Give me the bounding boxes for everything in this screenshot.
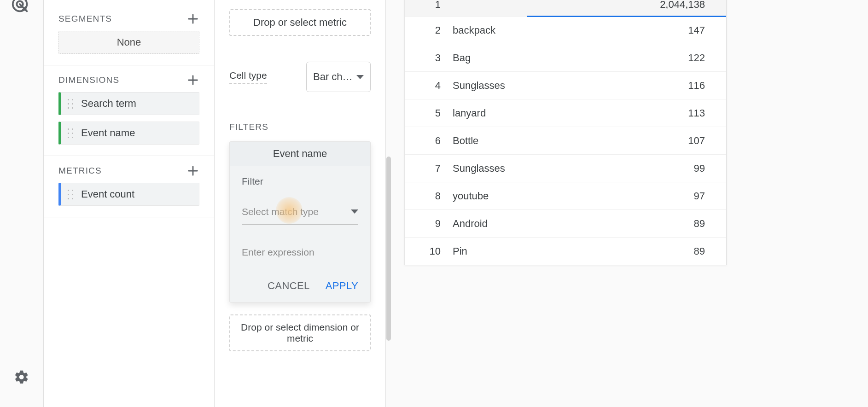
row-term: Sunglasses [449, 163, 527, 174]
drag-handle-icon[interactable] [66, 188, 75, 200]
dimension-chip[interactable]: Event name [58, 122, 199, 145]
row-value: 122 [527, 52, 726, 64]
row-value: 89 [527, 245, 726, 257]
section-divider [215, 107, 385, 107]
cell-type-value: Bar ch… [313, 71, 353, 83]
add-dimension-button[interactable] [186, 74, 199, 87]
table-row[interactable]: 6 Bottle 107 [405, 127, 726, 154]
dimensions-title: DIMENSIONS [58, 75, 119, 85]
table-row[interactable]: 3 Bag 122 [405, 44, 726, 71]
segments-title: SEGMENTS [58, 14, 112, 24]
drop-metric-zone[interactable]: Drop or select metric [229, 9, 371, 36]
filters-title: FILTERS [229, 122, 371, 132]
filter-expression-input-wrapper [242, 239, 358, 265]
row-term: Android [449, 218, 527, 230]
dimension-chip-label: Search term [81, 98, 136, 110]
config-panel: Drop or select metric Cell type Bar ch… … [215, 0, 386, 407]
row-index: 5 [405, 107, 449, 119]
segments-placeholder[interactable]: None [58, 31, 199, 54]
table-header-value[interactable]: 2,044,138 [527, 0, 726, 11]
row-value: 97 [527, 190, 726, 202]
apply-button[interactable]: APPLY [326, 280, 358, 292]
row-term: Bag [449, 52, 527, 64]
dimensions-section: DIMENSIONS Search term Event name [44, 65, 214, 156]
dimension-chip-label: Event name [81, 127, 135, 139]
row-index: 9 [405, 218, 449, 230]
add-metric-button[interactable] [186, 164, 199, 177]
metrics-section: METRICS Event count [44, 156, 214, 217]
row-index: 10 [405, 245, 449, 257]
table-row[interactable]: 2 backpack 147 [405, 16, 726, 44]
drag-handle-icon[interactable] [66, 127, 75, 139]
chevron-down-icon [356, 75, 364, 79]
row-index: 2 [405, 24, 449, 36]
chevron-down-icon [351, 209, 358, 214]
cancel-button[interactable]: CANCEL [268, 280, 310, 292]
metrics-title: METRICS [58, 166, 102, 176]
results-panel: 1 2,044,138 2 backpack 147 3 Bag 122 4 S… [386, 0, 868, 407]
add-segment-button[interactable] [186, 12, 199, 25]
row-term: backpack [449, 24, 527, 36]
table-row[interactable]: 9 Android 89 [405, 209, 726, 237]
filter-expression-input[interactable] [242, 247, 358, 258]
results-table: 1 2,044,138 2 backpack 147 3 Bag 122 4 S… [404, 0, 727, 265]
table-row[interactable]: 7 Sunglasses 99 [405, 154, 726, 182]
match-type-placeholder: Select match type [242, 206, 319, 217]
row-term: Bottle [449, 135, 527, 147]
cell-type-select[interactable]: Bar ch… [306, 62, 371, 92]
table-row[interactable]: 4 Sunglasses 116 [405, 71, 726, 99]
row-index: 3 [405, 52, 449, 64]
row-value: 147 [527, 24, 726, 36]
filter-label: Filter [242, 176, 358, 187]
gear-icon[interactable] [14, 369, 29, 385]
row-value: 89 [527, 218, 726, 230]
table-row[interactable]: 5 lanyard 113 [405, 99, 726, 127]
row-term: youtube [449, 190, 527, 202]
filter-panel: Event name Filter Select match type CANC… [229, 141, 371, 302]
row-value: 116 [527, 80, 726, 92]
row-value: 107 [527, 135, 726, 147]
table-row[interactable]: 10 Pin 89 [405, 237, 726, 265]
variables-panel: SEGMENTS None DIMENSIONS Search term Eve… [43, 0, 215, 407]
table-header-row: 1 2,044,138 [405, 0, 726, 16]
drop-dimension-metric-zone[interactable]: Drop or select dimension or metric [229, 314, 371, 351]
row-value: 113 [527, 107, 726, 119]
cell-type-label: Cell type [229, 70, 267, 84]
drag-handle-icon[interactable] [66, 98, 75, 110]
row-term: lanyard [449, 107, 527, 119]
row-index: 6 [405, 135, 449, 147]
dimension-chip[interactable]: Search term [58, 92, 199, 115]
row-value: 99 [527, 163, 726, 174]
metric-chip-label: Event count [81, 188, 134, 200]
row-term: Pin [449, 245, 527, 257]
table-row[interactable]: 8 youtube 97 [405, 182, 726, 209]
row-index: 4 [405, 80, 449, 92]
row-term: Sunglasses [449, 80, 527, 92]
match-type-select[interactable]: Select match type [242, 199, 358, 225]
row-index: 7 [405, 163, 449, 174]
target-cursor-icon[interactable] [10, 0, 31, 16]
table-header-index: 1 [405, 0, 449, 11]
segments-section: SEGMENTS None [44, 0, 214, 65]
left-icon-rail [0, 0, 43, 407]
metric-chip[interactable]: Event count [58, 183, 199, 206]
filter-dimension-chip[interactable]: Event name [230, 142, 370, 166]
row-index: 8 [405, 190, 449, 202]
